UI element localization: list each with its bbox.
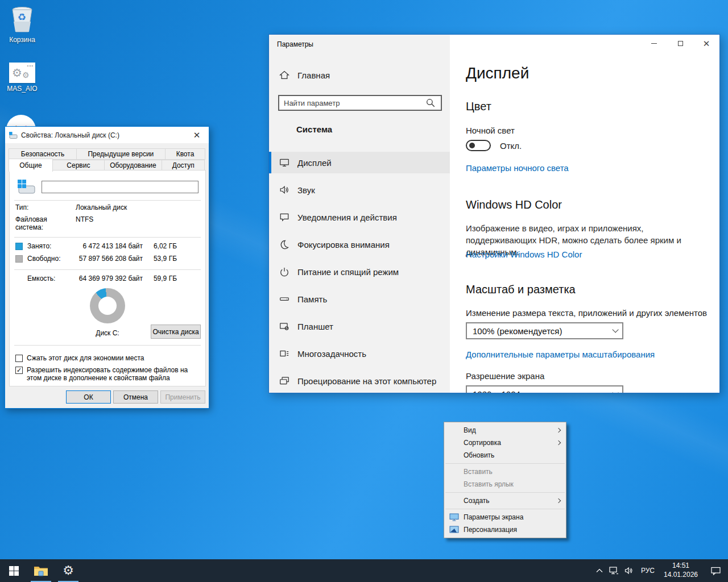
tab-strip: Безопасность Предыдущие версии Квота Общ… <box>9 148 206 173</box>
sidebar-item-label: Питание и спящий режим <box>297 267 399 277</box>
menu-item-label: Вид <box>464 426 476 434</box>
hdr-section-heading: Windows HD Color <box>466 198 562 211</box>
used-size: 6,02 ГБ <box>143 242 177 250</box>
menu-item-label: Персонализация <box>464 526 517 534</box>
sidebar-item-display[interactable]: Дисплей <box>269 152 450 173</box>
home-label: Главная <box>297 70 330 80</box>
menu-item-new[interactable]: Создать <box>444 494 566 507</box>
mas-aio-icon: ••• ⚙ ⚙ <box>9 63 35 83</box>
minimize-button[interactable] <box>641 35 667 52</box>
clock[interactable]: 14:51 14.01.2026 <box>659 562 703 579</box>
advanced-scaling-link[interactable]: Дополнительные параметры масштабирования <box>466 350 655 359</box>
folder-icon <box>34 564 48 577</box>
tab-general[interactable]: Общие <box>9 159 53 172</box>
resolution-dropdown[interactable]: 728 × 582 <box>466 385 623 393</box>
free-size: 53,9 ГБ <box>143 255 177 263</box>
hidden-icons-button[interactable] <box>593 559 606 582</box>
network-tray-icon[interactable] <box>606 559 621 582</box>
maximize-button[interactable] <box>667 35 693 52</box>
menu-item-label: Создать <box>464 497 490 505</box>
date: 14.01.2026 <box>659 571 703 580</box>
sidebar-item-home[interactable]: Главная <box>279 70 330 80</box>
scale-dropdown[interactable]: 100% (рекомендуется) <box>466 322 623 339</box>
settings-taskbar-button[interactable]: ⚙ <box>55 559 82 582</box>
free-label: Свободно: <box>27 255 76 263</box>
start-button[interactable] <box>0 559 27 582</box>
volume-tray-icon[interactable] <box>621 559 637 582</box>
sidebar-section-header: Система <box>296 124 332 134</box>
sidebar-item-label: Память <box>297 294 327 304</box>
tab-previous-versions[interactable]: Предыдущие версии <box>76 148 166 160</box>
recycle-symbol-icon: ♻ <box>18 11 26 23</box>
tab-quota[interactable]: Квота <box>165 148 206 160</box>
window-controls <box>641 35 719 52</box>
cancel-button[interactable]: Отмена <box>113 390 158 404</box>
disk-cleanup-button[interactable]: Очистка диска <box>151 325 201 339</box>
action-center-button[interactable] <box>703 559 728 582</box>
sidebar-item-notifications[interactable]: Уведомления и действия <box>269 206 450 228</box>
color-section-heading: Цвет <box>466 100 491 113</box>
menu-item-label: Параметры экрана <box>464 513 523 521</box>
recycle-bin-icon: ♻ <box>0 5 44 34</box>
night-light-state: Откл. <box>500 141 522 151</box>
file-explorer-taskbar-button[interactable] <box>27 559 55 582</box>
compress-checkbox-row[interactable]: Сжать этот диск для экономии места <box>10 354 205 362</box>
checkbox-unchecked-icon[interactable] <box>15 355 23 362</box>
menu-separator <box>445 509 565 509</box>
speaker-icon <box>624 567 634 575</box>
close-icon <box>703 39 710 48</box>
sidebar-item-tablet[interactable]: Планшет <box>269 315 450 337</box>
menu-item-paste-shortcut: Вставить ярлык <box>444 478 566 490</box>
checkbox-checked-icon[interactable] <box>15 367 23 374</box>
tab-security[interactable]: Безопасность <box>9 148 77 160</box>
close-button[interactable] <box>693 35 719 52</box>
menu-item-view[interactable]: Вид <box>444 424 566 436</box>
menu-item-refresh[interactable]: Обновить <box>444 449 566 462</box>
recycle-bin-desktop-icon[interactable]: ♻ Корзина <box>0 5 44 44</box>
menu-item-paste: Вставить <box>444 465 566 478</box>
used-bytes: 6 472 413 184 байт <box>76 242 143 250</box>
mas-aio-desktop-icon[interactable]: ••• ⚙ ⚙ MAS_AIO <box>0 60 44 93</box>
language-indicator[interactable]: РУС <box>637 567 659 575</box>
sidebar-item-focus-assist[interactable]: Фокусировка внимания <box>269 234 450 255</box>
tab-row-back: Безопасность Предыдущие версии Квота <box>9 148 206 160</box>
index-checkbox-row[interactable]: Разрешить индексировать содержимое файло… <box>10 366 205 382</box>
tab-sharing[interactable]: Доступ <box>162 160 205 171</box>
tab-tools[interactable]: Сервис <box>52 160 105 171</box>
close-button[interactable] <box>188 129 205 142</box>
sidebar-item-multitasking[interactable]: Многозадачность <box>269 343 450 364</box>
projecting-icon <box>279 376 289 386</box>
settings-window: Параметры Главная Система Дисплей Звук У <box>268 34 720 393</box>
sidebar-item-label: Фокусировка внимания <box>297 240 390 250</box>
night-light-toggle[interactable] <box>466 140 491 151</box>
system-tray: РУС 14:51 14.01.2026 <box>593 559 728 582</box>
home-icon <box>279 70 289 80</box>
search-icon[interactable] <box>425 98 436 108</box>
chevron-up-icon <box>596 568 603 573</box>
minimize-icon <box>651 43 657 44</box>
sidebar-item-sound[interactable]: Звук <box>269 179 450 201</box>
sidebar-item-projecting[interactable]: Проецирование на этот компьютер <box>269 370 450 392</box>
menu-item-personalization[interactable]: Персонализация <box>444 523 566 536</box>
tab-hardware[interactable]: Оборудование <box>104 160 162 171</box>
free-bytes: 57 897 566 208 байт <box>76 255 143 263</box>
moon-icon <box>279 239 289 250</box>
sidebar-item-storage[interactable]: Память <box>269 288 450 310</box>
menu-item-sort[interactable]: Сортировка <box>444 436 566 449</box>
compress-checkbox-label: Сжать этот диск для экономии места <box>27 354 144 362</box>
chevron-down-icon <box>612 326 618 332</box>
hdr-settings-link[interactable]: Настройки Windows HD Color <box>466 250 582 259</box>
volume-label-input[interactable] <box>42 181 198 193</box>
menu-item-display-settings[interactable]: Параметры экрана <box>444 511 566 523</box>
dialog-titlebar: Свойства: Локальный диск (C:) <box>5 127 209 143</box>
night-light-settings-link[interactable]: Параметры ночного света <box>466 163 569 173</box>
time: 14:51 <box>659 562 703 571</box>
gear-icon: ⚙ <box>22 70 30 80</box>
sidebar-item-label: Многозадачность <box>297 349 366 359</box>
spacer <box>15 275 23 282</box>
ok-button[interactable]: ОК <box>66 390 111 404</box>
sidebar-item-label: Проецирование на этот компьютер <box>297 376 436 386</box>
sidebar-item-power-sleep[interactable]: Питание и спящий режим <box>269 261 450 282</box>
search-input[interactable] <box>279 99 425 107</box>
separator <box>14 200 201 201</box>
